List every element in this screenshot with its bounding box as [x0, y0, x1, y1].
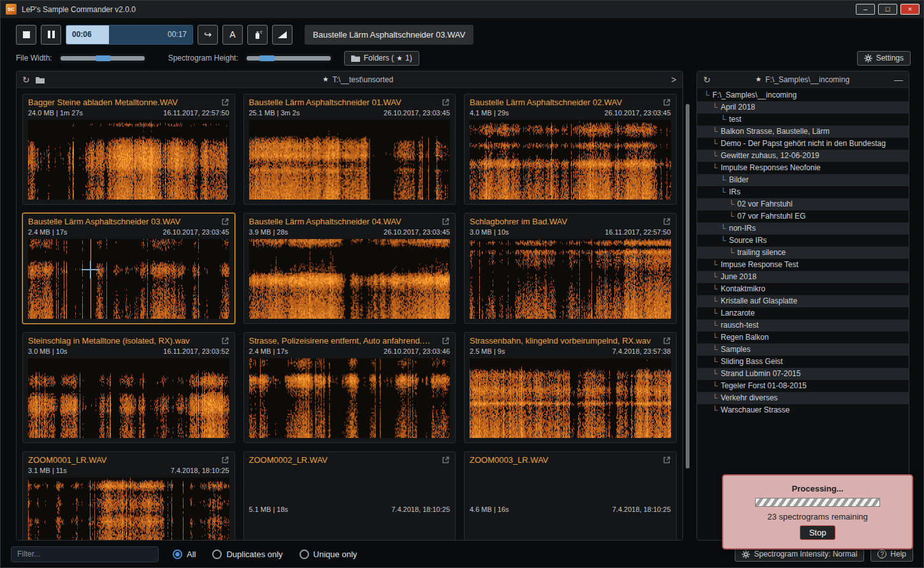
spectrogram[interactable]	[249, 358, 451, 438]
tree-item[interactable]: └ F:\_Samples\__incoming	[697, 89, 909, 101]
file-card[interactable]: Baustelle Lärm Asphaltschneider 04.WAV 3…	[243, 213, 456, 324]
refresh-icon[interactable]: ↻	[703, 75, 711, 85]
continue-playback-button[interactable]: ↪	[198, 25, 218, 45]
tree-item[interactable]: └ 07 vor Fahrstuhl EG	[697, 210, 909, 222]
tree-item[interactable]: └ Bilder	[697, 174, 909, 186]
pause-button[interactable]	[41, 25, 61, 45]
spray-can-button[interactable]	[247, 25, 268, 45]
slider-thumb[interactable]	[96, 55, 111, 61]
refresh-icon[interactable]: ↻	[22, 75, 30, 85]
tree-item[interactable]: └ Tegeler Forst 01-08-2015	[697, 380, 909, 392]
favorite-star-icon: ★	[755, 75, 762, 84]
stop-processing-button[interactable]: Stop	[800, 525, 836, 540]
spectrogram[interactable]	[470, 239, 671, 319]
file-date: 16.11.2017, 22:57:50	[163, 109, 229, 117]
file-date: 16.11.2017, 23:03:52	[163, 347, 229, 355]
file-card[interactable]: Strassenbahn, klingelnd vorbeirumpelnd, …	[464, 332, 677, 443]
file-card[interactable]: Baustelle Lärm Asphaltschneider 01.WAV 2…	[243, 94, 456, 205]
tree-item[interactable]: └ Source IRs	[697, 235, 909, 247]
external-link-icon[interactable]	[442, 456, 450, 464]
file-card[interactable]: ZOOM0003_LR.WAV 4.6 MB | 16s 7.4.2018, 1…	[464, 451, 677, 540]
spectrogram[interactable]	[28, 239, 229, 319]
options-toolbar: File Width: Spectrogram Height: Folders …	[16, 50, 911, 66]
tree-item[interactable]: └ rausch-test	[697, 319, 909, 331]
filter-input[interactable]	[11, 546, 159, 562]
external-link-icon[interactable]	[221, 456, 229, 464]
tree-item[interactable]: └ test	[697, 113, 909, 126]
spectrogram[interactable]	[470, 358, 671, 438]
tree-item[interactable]: └ non-IRs	[697, 222, 909, 235]
tree-item[interactable]: └ Kontaktmikro	[697, 283, 909, 295]
tree-item[interactable]: └ Kristalle auf Glasplatte	[697, 295, 909, 307]
file-card[interactable]: Schlagbohrer im Bad.WAV 3.0 MB | 10s 16.…	[464, 213, 677, 324]
maximize-button[interactable]: □	[878, 4, 897, 15]
file-card[interactable]: Baustelle Lärm Asphaltschneider 03.WAV 2…	[22, 213, 235, 324]
folder-icon[interactable]	[36, 75, 45, 85]
external-link-icon[interactable]	[442, 217, 450, 226]
tree-item[interactable]: └ Verkehr diverses	[697, 392, 909, 404]
file-size-duration: 3.9 MB | 28s	[249, 228, 289, 236]
tree-item[interactable]: └ IRs	[697, 186, 909, 198]
branch-icon: └	[720, 186, 726, 198]
tree-item[interactable]: └ Impuse Response Test	[697, 259, 909, 271]
filter-radio[interactable]: All	[173, 550, 196, 559]
spectrogram-height-slider[interactable]	[245, 54, 333, 63]
external-link-icon[interactable]	[221, 337, 229, 345]
tree-item[interactable]: └ Sliding Bass Geist	[697, 356, 909, 368]
tree-item[interactable]: └ June 2018	[697, 271, 909, 283]
spectrogram[interactable]	[28, 358, 229, 438]
tree-item[interactable]: └ 02 vor Fahrstuhl	[697, 198, 909, 210]
settings-button[interactable]: Settings	[857, 51, 911, 66]
external-link-icon[interactable]	[442, 98, 450, 106]
external-link-icon[interactable]	[221, 217, 229, 226]
tree-item-label: Sliding Bass Geist	[721, 356, 783, 368]
tree-item[interactable]: └ April 2018	[697, 101, 909, 113]
autoplay-button[interactable]: A	[222, 25, 243, 45]
tree-item[interactable]: └ Impulse Responses Neofonie	[697, 162, 909, 174]
tree-item[interactable]: └ Strand Lubmin 07-2015	[697, 368, 909, 380]
external-link-icon[interactable]	[663, 337, 671, 345]
tree-item[interactable]: └ Warschauer Strasse	[697, 404, 909, 416]
external-link-icon[interactable]	[663, 456, 671, 464]
external-link-icon[interactable]	[221, 98, 229, 106]
file-card[interactable]: Baustelle Lärm Asphaltschneider 02.WAV 4…	[464, 94, 677, 205]
stop-button[interactable]	[16, 25, 36, 45]
tree-item[interactable]: └ Balkon Strasse, Baustelle, Lärm	[697, 126, 909, 138]
spectrogram[interactable]	[28, 477, 229, 540]
tree-item[interactable]: └ Gewitter zuhaus, 12-06-2019	[697, 150, 909, 162]
spectrogram[interactable]	[470, 120, 671, 200]
spectrogram[interactable]	[249, 239, 451, 319]
file-width-slider[interactable]	[59, 54, 147, 63]
external-link-icon[interactable]	[663, 217, 671, 226]
filter-radio[interactable]: Duplicates only	[212, 550, 282, 559]
transport-toolbar: 00:06 00:17 ↪ A Baustelle Lärm Asphaltsc…	[16, 24, 911, 45]
close-button[interactable]: ×	[900, 4, 920, 15]
tree-item[interactable]: └ Samples	[697, 344, 909, 356]
folders-button[interactable]: Folders ( ★ 1)	[344, 51, 419, 66]
tree-item[interactable]: └ Demo - Der Papst gehört nicht in den B…	[697, 138, 909, 150]
scrollbar[interactable]	[683, 71, 692, 541]
external-link-icon[interactable]	[663, 98, 671, 106]
tree-item[interactable]: └ Lanzarote	[697, 307, 909, 319]
spectrogram-canvas	[470, 358, 671, 438]
tree-item[interactable]: └ trailing silence	[697, 247, 909, 259]
tree-item[interactable]: └ Regen Balkon	[697, 331, 909, 344]
playhead	[90, 239, 91, 319]
spectrogram[interactable]	[249, 120, 451, 200]
seek-bar[interactable]: 00:06 00:17	[66, 25, 193, 45]
file-card[interactable]: ZOOM0002_LR.WAV 5.1 MB | 18s 7.4.2018, 1…	[243, 451, 456, 540]
panel-expand-button[interactable]: >	[671, 75, 676, 85]
filter-radio[interactable]: Unique only	[300, 550, 357, 559]
slider-thumb[interactable]	[259, 55, 275, 61]
external-link-icon[interactable]	[442, 337, 450, 345]
scrollbar-thumb[interactable]	[686, 104, 689, 469]
file-card[interactable]: ZOOM0001_LR.WAV 3.1 MB | 11s 7.4.2018, 1…	[22, 451, 235, 540]
collapse-panel-button[interactable]: —	[894, 75, 903, 85]
minimize-button[interactable]: –	[856, 4, 875, 15]
file-card[interactable]: Strasse, Polizeisirene entfernt, Auto an…	[243, 332, 456, 443]
tree-item-label: Impulse Responses Neofonie	[721, 162, 821, 174]
file-card[interactable]: Steinschlag in Metalltone (isolated, RX)…	[22, 332, 235, 443]
file-card[interactable]: Bagger Steine abladen Metalltonne.WAV 24…	[22, 94, 235, 205]
spectrogram[interactable]	[28, 120, 229, 200]
volume-button[interactable]	[272, 25, 292, 45]
